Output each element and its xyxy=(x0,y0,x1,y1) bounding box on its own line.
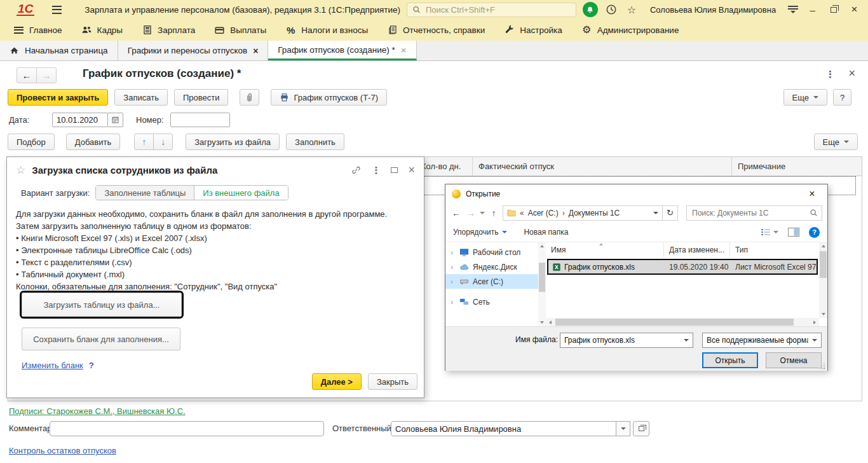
scrollbar-thumb[interactable] xyxy=(555,319,794,326)
expand-chevron-icon[interactable]: › xyxy=(451,277,456,286)
favorite-star-icon[interactable]: ☆ xyxy=(16,163,25,177)
notifications-bell-icon[interactable] xyxy=(583,2,598,17)
expand-chevron-icon[interactable]: › xyxy=(451,263,456,272)
nav-back-icon[interactable]: ← xyxy=(451,208,462,218)
favorites-star-icon[interactable]: ☆ xyxy=(625,3,639,17)
organize-button[interactable]: Упорядочить xyxy=(453,228,507,237)
scroll-down-icon[interactable] xyxy=(819,310,827,318)
pick-button[interactable]: Подбор xyxy=(8,134,55,150)
column-date-modified[interactable]: Дата изменен... xyxy=(664,242,730,257)
close-tab-icon[interactable]: × xyxy=(253,46,258,56)
maximize-dialog-icon[interactable] xyxy=(391,167,398,173)
move-down-icon[interactable]: ↓ xyxy=(153,134,173,150)
save-blank-button[interactable]: Сохранить бланк для заполнения... xyxy=(22,328,180,350)
post-button[interactable]: Провести xyxy=(174,89,229,106)
tree-item-network[interactable]: › Сеть xyxy=(445,294,538,309)
move-up-icon[interactable]: ↑ xyxy=(134,134,154,150)
tree-item-yandex-disk[interactable]: › Яндекс.Диск xyxy=(445,259,538,274)
date-field[interactable] xyxy=(52,113,108,127)
minimize-button[interactable]: – xyxy=(805,3,820,17)
tab-grafiki-perenosy[interactable]: Графики и переносы отпусков × xyxy=(118,41,269,60)
sidebar-item-otchetnost[interactable]: Отчетность, справки xyxy=(377,19,494,41)
add-button[interactable]: Добавить xyxy=(66,134,120,150)
edit-blank-link[interactable]: Изменить бланк xyxy=(22,361,83,370)
print-t7-button[interactable]: График отпусков (Т-7) xyxy=(271,89,387,106)
tree-scrollbar[interactable] xyxy=(538,242,546,326)
breadcrumb-folder[interactable]: Документы 1С xyxy=(569,209,620,218)
view-mode-button[interactable] xyxy=(761,228,778,237)
main-menu-icon[interactable] xyxy=(52,6,62,14)
file-list-horizontal-scrollbar[interactable] xyxy=(546,318,819,326)
scroll-left-icon[interactable] xyxy=(547,318,553,326)
forward-button[interactable]: → xyxy=(36,67,57,83)
save-button[interactable]: Записать xyxy=(114,89,168,106)
close-button[interactable]: Закрыть xyxy=(368,373,417,390)
close-open-dialog-icon[interactable]: × xyxy=(803,188,821,200)
sidebar-item-glavnoe[interactable]: Главное xyxy=(4,19,72,41)
responsible-open-icon[interactable] xyxy=(633,421,649,436)
comment-field[interactable] xyxy=(50,421,324,436)
history-icon[interactable] xyxy=(604,3,618,17)
responsible-dropdown-icon[interactable] xyxy=(616,421,630,436)
tab-home[interactable]: Начальная страница xyxy=(0,41,118,60)
column-name[interactable]: Имя xyxy=(546,242,664,257)
preview-pane-icon[interactable] xyxy=(788,228,799,237)
nav-history-chevron-icon[interactable] xyxy=(480,212,485,214)
nav-up-icon[interactable]: ↑ xyxy=(488,208,499,218)
search-input[interactable] xyxy=(424,4,571,15)
variant-fill-table[interactable]: Заполнение таблицы xyxy=(96,186,194,200)
form-menu-kebab-icon[interactable]: ⋮ xyxy=(825,69,835,80)
scroll-up-icon[interactable] xyxy=(538,242,546,250)
sidebar-item-nastroyka[interactable]: Настройка xyxy=(494,19,571,41)
scroll-down-icon[interactable] xyxy=(538,319,546,326)
signatures-link[interactable]: Подписи: Старокожев С.М., Вишневская Ю.С… xyxy=(9,406,186,416)
file-search-input[interactable] xyxy=(691,208,807,218)
scroll-right-icon[interactable] xyxy=(811,318,818,326)
post-and-close-button[interactable]: Провести и закрыть xyxy=(8,89,108,106)
nav-forward-icon[interactable]: → xyxy=(465,208,477,218)
more-button-list[interactable]: Еще xyxy=(814,134,858,150)
calendar-icon[interactable] xyxy=(108,113,123,127)
tab-grafik-otpuskov[interactable]: График отпусков (создание) * × xyxy=(268,41,416,60)
attachments-button[interactable] xyxy=(240,89,259,106)
breadcrumb-collapse-icon[interactable]: « xyxy=(520,209,524,218)
help-icon[interactable]: ? xyxy=(809,227,820,238)
breadcrumb-drive[interactable]: Acer (C:) xyxy=(528,209,559,218)
address-dropdown-icon[interactable] xyxy=(653,212,658,214)
address-bar[interactable]: « Acer (C:) › Документы 1С xyxy=(503,205,663,221)
number-field[interactable] xyxy=(170,113,230,127)
file-type-filter-combobox[interactable]: Все поддерживаемые формат xyxy=(702,333,822,348)
tree-item-desktop[interactable]: › Рабочий стол xyxy=(445,245,538,259)
sidebar-item-administrirovanie[interactable]: ⚙ Администрирование xyxy=(572,19,689,41)
desktop-panel-icon[interactable] xyxy=(787,3,799,17)
variant-external-file[interactable]: Из внешнего файла xyxy=(194,186,287,200)
resize-grip[interactable] xyxy=(818,363,825,369)
table-column-actual-vacation[interactable]: Фактический отпуск xyxy=(473,157,732,176)
expand-chevron-icon[interactable]: › xyxy=(451,298,456,307)
sidebar-item-nalogi[interactable]: % Налоги и взносы xyxy=(276,19,377,41)
tree-item-acer-c[interactable]: › Acer (C:) xyxy=(445,274,538,289)
open-file-button[interactable]: Открыть xyxy=(702,352,758,368)
form-close-icon[interactable]: × xyxy=(848,67,855,80)
sidebar-item-vyplaty[interactable]: Выплаты xyxy=(205,19,276,41)
help-button[interactable]: ? xyxy=(833,89,851,106)
refresh-icon[interactable]: ↻ xyxy=(663,205,678,221)
load-table-from-file-button[interactable]: Загрузить таблицу из файла... xyxy=(22,293,182,317)
more-button[interactable]: Еще xyxy=(783,89,827,106)
cancel-button[interactable]: Отмена xyxy=(766,352,822,368)
column-type[interactable]: Тип xyxy=(730,242,827,257)
close-window-button[interactable]: × xyxy=(847,3,862,17)
file-search-box[interactable] xyxy=(686,205,822,221)
expand-chevron-icon[interactable]: › xyxy=(451,248,456,257)
load-from-file-button[interactable]: Загрузить из файла xyxy=(186,134,280,150)
scroll-up-icon[interactable] xyxy=(819,242,827,250)
file-row-selected[interactable]: График отпусков.xls 19.05.2020 19:40 Лис… xyxy=(547,259,818,275)
sidebar-item-zarplata[interactable]: Зарплата xyxy=(132,19,205,41)
scrollbar-thumb[interactable] xyxy=(820,251,827,278)
new-folder-button[interactable]: Новая папка xyxy=(524,228,568,237)
file-list-vertical-scrollbar[interactable] xyxy=(819,242,827,318)
get-link-icon[interactable] xyxy=(351,165,361,175)
scrollbar-thumb[interactable] xyxy=(539,263,545,292)
close-tab-icon[interactable]: × xyxy=(401,45,407,55)
restore-button[interactable] xyxy=(826,3,841,17)
